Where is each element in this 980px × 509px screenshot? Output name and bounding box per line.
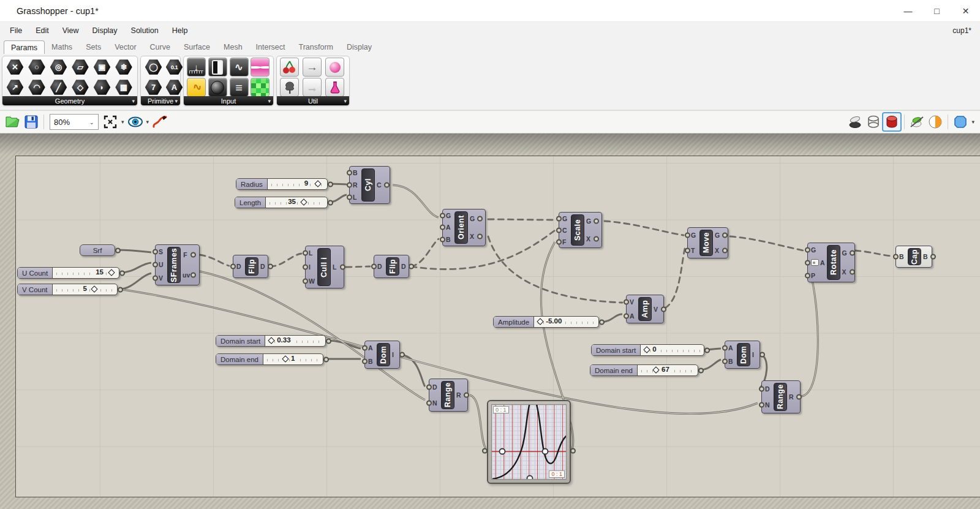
output-port-nub[interactable]: [399, 352, 405, 358]
component-sframes[interactable]: S U V SFrames F uv: [155, 244, 200, 285]
output-port-nub[interactable]: [722, 233, 728, 238]
graph-handle[interactable]: [500, 449, 505, 454]
md-slider-icon[interactable]: ∿: [187, 78, 206, 97]
primitive-param-icon[interactable]: 7: [144, 78, 163, 97]
geometry-param-icon[interactable]: ❄: [115, 58, 134, 77]
component-label[interactable]: Dom: [377, 343, 390, 366]
preview-material-icon[interactable]: [926, 113, 944, 131]
input-port-nub[interactable]: [722, 359, 728, 364]
component-label[interactable]: Cyl: [361, 168, 375, 202]
tab-mesh[interactable]: Mesh: [217, 40, 249, 54]
component-domain-1[interactable]: A B Dom I: [364, 341, 400, 369]
hidden-preview-icon[interactable]: [846, 113, 864, 131]
param-surface[interactable]: Srf: [80, 244, 115, 256]
graph-handle[interactable]: [527, 476, 533, 480]
menu-display[interactable]: Display: [86, 23, 124, 38]
component-rotate[interactable]: G A P Rotate G X: [807, 243, 855, 282]
slider-domain-start-2[interactable]: Domain start 0: [591, 344, 704, 356]
component-range-2[interactable]: D N Range R: [761, 380, 801, 413]
material-dropdown-icon[interactable]: ▾: [971, 119, 974, 125]
component-domain-2[interactable]: A B Dom I: [725, 341, 760, 369]
expression-mini-icon[interactable]: [811, 259, 819, 266]
zoom-level-combobox[interactable]: 80% ⌄: [50, 114, 99, 130]
group-label-input[interactable]: Input▾: [184, 96, 273, 105]
slider-track[interactable]: 35: [266, 197, 327, 208]
primitive-param-icon[interactable]: 0.1: [165, 58, 184, 77]
output-port-nub[interactable]: [930, 254, 936, 260]
output-port-nub[interactable]: [477, 234, 483, 239]
input-port-nub[interactable]: [722, 345, 728, 351]
component-flip-1[interactable]: D Flip D: [233, 255, 268, 278]
output-port-nub[interactable]: [326, 338, 331, 344]
number-slider-icon[interactable]: ↓: [187, 58, 206, 77]
colour-swatch-icon[interactable]: [251, 78, 270, 97]
slider-knob[interactable]: [91, 285, 97, 292]
geometry-param-icon[interactable]: ◗: [92, 78, 111, 97]
group-label-primitive[interactable]: Primitive▾: [141, 96, 180, 105]
slider-domain-end-1[interactable]: Domain end 1: [216, 353, 323, 365]
input-port-nub[interactable]: [153, 276, 158, 281]
component-flip-2[interactable]: D Flip D: [374, 255, 409, 278]
tab-vector[interactable]: Vector: [108, 40, 143, 54]
tab-sets[interactable]: Sets: [79, 40, 108, 54]
close-button[interactable]: ✕: [951, 0, 980, 21]
input-port-nub[interactable]: [426, 401, 432, 406]
component-cull-index[interactable]: L I W Cull i L: [305, 246, 344, 288]
component-label[interactable]: SFrames: [167, 247, 181, 283]
expand-arrow-icon[interactable]: ▾: [175, 98, 178, 104]
input-port-nub[interactable]: [440, 225, 445, 230]
expand-arrow-icon[interactable]: ▾: [268, 98, 271, 104]
titlebar[interactable]: Grasshopper - cup1* — □ ✕: [0, 0, 980, 22]
input-port-nub[interactable]: [153, 249, 158, 254]
maximize-button[interactable]: □: [922, 0, 951, 21]
output-port-nub[interactable]: [409, 264, 414, 270]
output-port-nub[interactable]: [850, 270, 855, 275]
component-range-1[interactable]: D N Range R: [429, 379, 468, 412]
output-port-nub[interactable]: [328, 181, 333, 187]
input-port-nub[interactable]: [624, 300, 629, 305]
output-port-nub[interactable]: [119, 270, 125, 276]
output-port-nub[interactable]: [698, 368, 704, 373]
geometry-param-icon[interactable]: ◎: [49, 58, 68, 77]
slider-knob[interactable]: [282, 355, 288, 362]
slider-domain-end-2[interactable]: Domain end 67: [590, 364, 698, 376]
component-label[interactable]: Rotate: [827, 245, 840, 280]
cherry-picker-icon[interactable]: [280, 58, 299, 77]
output-port-nub[interactable]: [760, 352, 765, 358]
slider-track[interactable]: 0: [641, 345, 704, 355]
gradient-icon[interactable]: [251, 58, 270, 77]
slider-knob[interactable]: [268, 337, 275, 344]
knob-icon[interactable]: [208, 78, 227, 97]
input-port-nub[interactable]: [759, 402, 764, 408]
slider-knob[interactable]: [108, 269, 115, 276]
output-port-nub[interactable]: [190, 252, 196, 258]
output-port-nub[interactable]: [704, 347, 710, 353]
slider-amplitude[interactable]: Amplitude -5.00: [493, 316, 599, 328]
tab-curve[interactable]: Curve: [143, 40, 177, 54]
preview-eye-icon[interactable]: [126, 113, 145, 131]
component-label[interactable]: Move: [699, 230, 713, 256]
graph-mapper[interactable]: 0 : 1 0 : 1: [487, 400, 571, 484]
output-port-nub[interactable]: [661, 306, 666, 312]
tab-display[interactable]: Display: [340, 40, 379, 54]
component-amplitude[interactable]: V A Amp V: [626, 295, 664, 323]
input-port-nub[interactable]: [440, 237, 445, 243]
open-file-icon[interactable]: [4, 113, 22, 131]
component-label[interactable]: Orient: [454, 211, 468, 244]
flask-icon[interactable]: [325, 78, 344, 97]
slider-track[interactable]: 5: [53, 284, 117, 295]
output-port-nub[interactable]: [464, 393, 469, 398]
input-port-nub[interactable]: [230, 264, 236, 270]
input-port-nub[interactable]: [153, 262, 158, 268]
input-port-nub[interactable]: [347, 183, 352, 188]
preview-mesh-settings-icon[interactable]: [908, 113, 926, 131]
output-port-nub[interactable]: [599, 319, 605, 325]
graph-handle[interactable]: [543, 449, 548, 454]
minimize-button[interactable]: —: [894, 0, 922, 21]
graph-mapper-icon[interactable]: ∿: [230, 58, 249, 77]
input-port-nub[interactable]: [556, 239, 562, 244]
output-port-nub[interactable]: [722, 247, 728, 253]
input-port-nub[interactable]: [362, 359, 368, 364]
slider-knob[interactable]: [652, 366, 659, 373]
component-cap[interactable]: B Cap B: [895, 246, 932, 268]
